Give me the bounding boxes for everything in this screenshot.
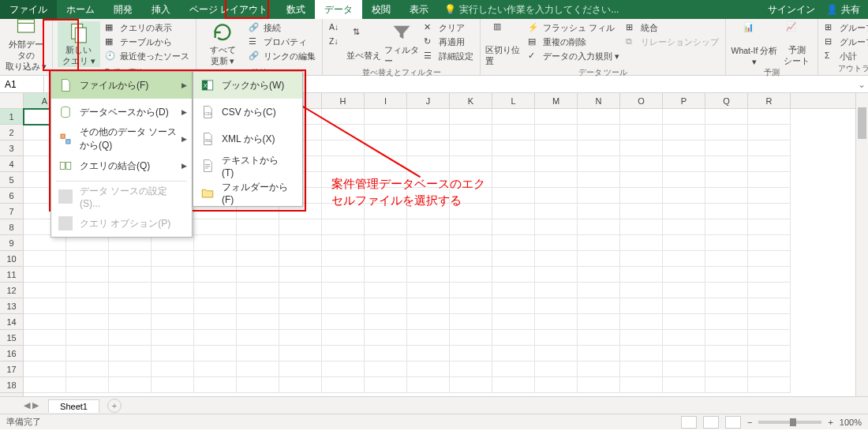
cell-O18[interactable]: [620, 377, 663, 393]
cell-Q8[interactable]: [705, 219, 748, 235]
cell-I14[interactable]: [365, 314, 407, 330]
cell-P7[interactable]: [663, 204, 705, 219]
cell-Q15[interactable]: [705, 330, 748, 346]
cell-F15[interactable]: [237, 330, 279, 346]
cell-F16[interactable]: [237, 346, 279, 361]
cell-D9[interactable]: [152, 235, 194, 251]
row-header-11[interactable]: 11: [0, 267, 23, 283]
cell-O16[interactable]: [620, 346, 663, 361]
zoom-out-button[interactable]: −: [747, 418, 752, 427]
cell-O3[interactable]: [620, 140, 663, 156]
menu-item[interactable]: フォルダーから(F): [193, 179, 302, 206]
cell-P15[interactable]: [663, 330, 705, 346]
cell-B14[interactable]: [66, 314, 109, 330]
cell-N17[interactable]: [578, 361, 620, 377]
cell-M11[interactable]: [535, 267, 578, 283]
cell-H18[interactable]: [322, 377, 365, 393]
signin-link[interactable]: サインイン: [768, 3, 815, 17]
row-header-5[interactable]: 5: [0, 172, 23, 188]
cell-A18[interactable]: [24, 377, 66, 393]
cell-Q10[interactable]: [705, 251, 748, 267]
cell-B18[interactable]: [66, 377, 109, 393]
cell-J11[interactable]: [407, 267, 450, 283]
cell-N2[interactable]: [578, 125, 620, 140]
cell-K8[interactable]: [450, 219, 492, 235]
cell-G11[interactable]: [279, 267, 322, 283]
cell-K18[interactable]: [450, 377, 492, 393]
cell-R6[interactable]: [748, 188, 791, 204]
cell-C15[interactable]: [109, 330, 152, 346]
cell-D15[interactable]: [152, 330, 194, 346]
sheet-nav[interactable]: ◀ ▶: [24, 400, 39, 410]
cell-O14[interactable]: [620, 314, 663, 330]
cell-O7[interactable]: [620, 204, 663, 219]
menu-item[interactable]: クエリの結合(Q)▶: [51, 152, 192, 179]
cell-K14[interactable]: [450, 314, 492, 330]
cell-A15[interactable]: [24, 330, 66, 346]
cell-O2[interactable]: [620, 125, 663, 140]
cell-R16[interactable]: [748, 346, 791, 361]
scrollbar-thumb[interactable]: [858, 107, 866, 139]
cell-G16[interactable]: [279, 346, 322, 361]
cell-J4[interactable]: [407, 156, 450, 172]
row-header-17[interactable]: 17: [0, 361, 23, 377]
cell-M10[interactable]: [535, 251, 578, 267]
cell-G14[interactable]: [279, 314, 322, 330]
cell-B11[interactable]: [66, 267, 109, 283]
cell-I15[interactable]: [365, 330, 407, 346]
menu-item[interactable]: XMLXML から(X): [193, 125, 302, 152]
row-header-10[interactable]: 10: [0, 251, 23, 267]
cell-M12[interactable]: [535, 283, 578, 298]
cell-H16[interactable]: [322, 346, 365, 361]
cell-N15[interactable]: [578, 330, 620, 346]
connections-button[interactable]: 🔗接続: [247, 21, 317, 35]
cell-N6[interactable]: [578, 188, 620, 204]
cell-G15[interactable]: [279, 330, 322, 346]
cell-B16[interactable]: [66, 346, 109, 361]
advanced-filter-button[interactable]: ☰詳細設定: [422, 50, 475, 63]
cell-C13[interactable]: [109, 298, 152, 314]
cell-C10[interactable]: [109, 251, 152, 267]
filter-button[interactable]: フィルター: [384, 21, 419, 67]
cell-B13[interactable]: [66, 298, 109, 314]
cell-N16[interactable]: [578, 346, 620, 361]
cell-L12[interactable]: [492, 283, 535, 298]
sort-button[interactable]: ⇅ 並べ替え: [346, 21, 381, 67]
view-page-layout-button[interactable]: [703, 416, 719, 429]
cell-J1[interactable]: [407, 109, 450, 125]
cell-L4[interactable]: [492, 156, 535, 172]
get-external-data-button[interactable]: 外部データの 取り込み ▾: [5, 21, 47, 67]
cell-C18[interactable]: [109, 377, 152, 393]
cell-C11[interactable]: [109, 267, 152, 283]
cell-O1[interactable]: [620, 109, 663, 125]
show-queries-button[interactable]: ▦クエリの表示: [103, 21, 191, 35]
cell-M6[interactable]: [535, 188, 578, 204]
cell-Q4[interactable]: [705, 156, 748, 172]
cell-K11[interactable]: [450, 267, 492, 283]
cell-P12[interactable]: [663, 283, 705, 298]
col-header-Q[interactable]: Q: [705, 93, 748, 108]
cell-H11[interactable]: [322, 267, 365, 283]
cell-J2[interactable]: [407, 125, 450, 140]
cell-M3[interactable]: [535, 140, 578, 156]
cell-B12[interactable]: [66, 283, 109, 298]
row-header-2[interactable]: 2: [0, 125, 23, 140]
cell-C12[interactable]: [109, 283, 152, 298]
cell-I8[interactable]: [365, 219, 407, 235]
tell-me-box[interactable]: 💡 実行したい作業を入力してください...: [444, 0, 619, 19]
row-header-13[interactable]: 13: [0, 298, 23, 314]
cell-J17[interactable]: [407, 361, 450, 377]
menu-item[interactable]: CSVCSV から(C): [193, 99, 302, 125]
view-normal-button[interactable]: [681, 416, 697, 429]
cell-N10[interactable]: [578, 251, 620, 267]
from-table-button[interactable]: ▦テーブルから: [103, 36, 191, 49]
cell-G13[interactable]: [279, 298, 322, 314]
cell-B9[interactable]: [66, 235, 109, 251]
col-header-P[interactable]: P: [663, 93, 705, 108]
clear-filter-button[interactable]: ✕クリア: [422, 21, 475, 35]
cell-H4[interactable]: [322, 156, 365, 172]
cell-M14[interactable]: [535, 314, 578, 330]
cell-R15[interactable]: [748, 330, 791, 346]
cell-J3[interactable]: [407, 140, 450, 156]
menu-item[interactable]: その他のデータ ソースから(Q)▶: [51, 125, 192, 152]
